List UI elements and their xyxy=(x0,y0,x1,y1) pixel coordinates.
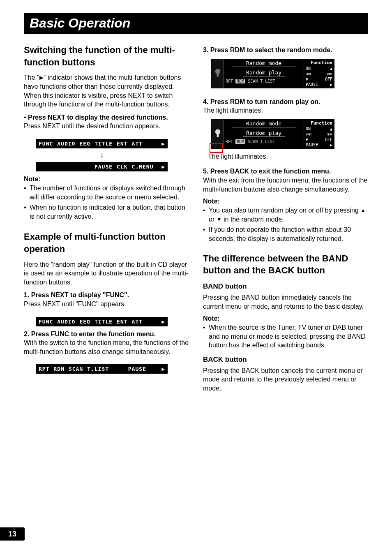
lcd-footer: RPT RDM SCAN T.LIST xyxy=(224,138,304,145)
fn-label: AUDIO xyxy=(57,319,75,325)
svg-rect-3 xyxy=(217,134,219,137)
step-bold: 3. Press RDM to select the random mode. xyxy=(203,46,332,53)
svg-point-0 xyxy=(215,69,220,74)
up-arrow-icon: ▲ xyxy=(330,126,332,132)
right-arrow-icon: ⋙ xyxy=(327,132,332,137)
svg-rect-1 xyxy=(217,74,219,76)
function-strip: RPT RDM SCAN T.LIST ___ PAUSE ▶ xyxy=(36,364,168,374)
note-list: The number of functions or displays swit… xyxy=(24,184,189,221)
heading-example: Example of multi-function button operati… xyxy=(24,231,189,255)
left-arrow-icon: ⋘ xyxy=(306,132,311,137)
fn-label: PAUSE xyxy=(95,164,113,170)
step-1: 1. Press NEXT to display "FUNC". Press N… xyxy=(24,291,189,308)
down-arrow-icon: ▼ xyxy=(306,137,308,142)
lcd-footer: RPT RDM SCAN T.LIST xyxy=(224,77,304,84)
fn-label: PAUSE xyxy=(128,366,146,372)
note-heading: Note: xyxy=(24,176,189,183)
next-arrow-icon: ▶ xyxy=(161,319,165,325)
note-item: When the source is the Tuner, TV tuner o… xyxy=(203,323,368,350)
lcd-caption: The light illuminates. xyxy=(208,153,368,160)
step-4: 4. Press RDM to turn random play on. The… xyxy=(203,97,368,115)
heading-band-back: The difference between the BAND button a… xyxy=(203,252,368,277)
svg-point-2 xyxy=(215,129,220,135)
lcd-fn-highlighted: RDM xyxy=(235,79,245,83)
note-list: You can also turn random play on or off … xyxy=(203,206,368,243)
function-strip-block-3: RPT RDM SCAN T.LIST ___ PAUSE ▶ xyxy=(36,364,168,374)
left-arrow-icon: ⋘ xyxy=(306,71,311,76)
step-desc: With the exit from the function menu, th… xyxy=(203,177,367,193)
lcd-fn-highlighted: RDM xyxy=(235,139,245,144)
function-strip-block-2: FUNC AUDIO EEQ TITLE ENT ATT ▶ xyxy=(36,317,168,326)
fn-label: EEQ xyxy=(79,319,90,325)
note-item: If you do not operate the function withi… xyxy=(203,225,368,243)
fn-label: TITLE xyxy=(95,319,113,325)
step-desc: Press NEXT until the desired function ap… xyxy=(24,122,160,129)
next-arrow-icon: ▶ xyxy=(330,82,332,87)
down-arrow-icon: ▼ xyxy=(306,76,308,82)
on-label: ON xyxy=(306,66,311,71)
fn-label: ENT xyxy=(117,319,127,325)
step-2: 2. Press FUNC to enter the function menu… xyxy=(24,330,189,356)
step-bold: 1. Press NEXT to display "FUNC". xyxy=(24,291,129,298)
note-item: You can also turn random play on or off … xyxy=(203,206,368,224)
on-label: ON xyxy=(306,126,311,132)
bulb-icon xyxy=(212,59,224,88)
right-arrow-icon: ⋙ xyxy=(327,71,332,76)
page-number-tab: 13 xyxy=(0,527,25,541)
step-1: • Press NEXT to display the desired func… xyxy=(24,113,189,131)
off-label: OFF xyxy=(325,137,332,142)
next-arrow-icon: ▶ xyxy=(330,142,332,148)
next-arrow-icon: ▶ xyxy=(161,366,165,372)
fn-label: ENT xyxy=(117,141,127,147)
lcd-function-label: Function xyxy=(306,120,332,126)
down-triangle-icon: ▼ xyxy=(217,216,222,223)
down-arrow-icon: ↓ xyxy=(36,151,168,159)
note-heading: Note: xyxy=(203,315,368,322)
function-strip: FUNC AUDIO EEQ TITLE ENT ATT ▶ xyxy=(36,317,168,326)
paragraph: Pressing the BACK button cancels the cur… xyxy=(203,366,368,393)
fn-label: T.LIST xyxy=(87,366,109,372)
note-item: When no function is indicated for a butt… xyxy=(24,203,189,221)
fn-label: EEQ xyxy=(79,141,90,147)
lcd-fn: T.LIST xyxy=(260,79,275,83)
lcd-title: Random mode xyxy=(224,59,304,68)
function-strip-bottom: ____ _____ ___ PAUSE CLK C.MENU ▶ xyxy=(36,162,168,171)
up-triangle-icon: ▲ xyxy=(360,207,366,214)
lcd-screenshot-1: Random mode Random play RPT RDM SCAN T.L… xyxy=(211,59,334,88)
fn-label: FUNC xyxy=(39,319,53,325)
lcd-subtitle: Random play xyxy=(224,68,304,77)
step-desc: The light illuminates. xyxy=(203,107,263,114)
step-desc: With the switch to the function menu, th… xyxy=(24,339,189,355)
fn-label: TITLE xyxy=(95,141,113,147)
step-bullet: • Press NEXT to display the desired func… xyxy=(24,114,168,121)
lcd-fn: RPT xyxy=(226,139,233,144)
lcd-fn: T.LIST xyxy=(260,139,275,144)
bulb-icon-lit xyxy=(212,120,224,148)
paragraph: Here the "random play" function of the b… xyxy=(24,260,189,287)
manual-page: Basic Operation Switching the function o… xyxy=(0,0,392,557)
next-glyph: ▶ xyxy=(39,74,44,81)
note-heading: Note: xyxy=(203,198,368,205)
note-item: The number of functions or displays swit… xyxy=(24,184,189,201)
fn-label: RPT xyxy=(39,366,49,372)
up-arrow-icon: ▲ xyxy=(330,66,332,71)
fn-label: RDM xyxy=(53,366,64,372)
lcd-fn: SCAN xyxy=(248,139,258,144)
paragraph: Pressing the BAND button immediately can… xyxy=(203,293,368,311)
function-strip-block-1: FUNC AUDIO EEQ TITLE ENT ATT ▶ ↓ ____ __… xyxy=(36,139,168,171)
step-bold: 2. Press FUNC to enter the function menu… xyxy=(24,331,156,337)
fn-label: SCAN xyxy=(69,366,83,372)
step-desc: Press NEXT until "FUNC" appears. xyxy=(24,300,126,307)
lcd-screenshot-2: Random mode Random play RPT RDM SCAN T.L… xyxy=(211,119,334,149)
subhead-band: BAND button xyxy=(203,282,368,291)
step-3: 3. Press RDM to select the random mode. xyxy=(203,46,368,55)
step-bold: 4. Press RDM to turn random play on. xyxy=(203,98,320,105)
lcd-right-panel: Function ON▲ ⋘⋙ ▼OFF PAUSE▶ xyxy=(304,120,334,148)
lcd-fn: SCAN xyxy=(248,79,258,83)
fn-label: C.MENU xyxy=(132,164,154,170)
fn-label: AUDIO xyxy=(57,141,75,147)
next-arrow-icon: ▶ xyxy=(161,164,165,170)
right-column: 3. Press RDM to select the random mode. … xyxy=(203,44,368,397)
off-label: OFF xyxy=(325,76,332,82)
lcd-right-panel: Function ON▲ ⋘⋙ ▼OFF PAUSE▶ xyxy=(304,59,334,88)
